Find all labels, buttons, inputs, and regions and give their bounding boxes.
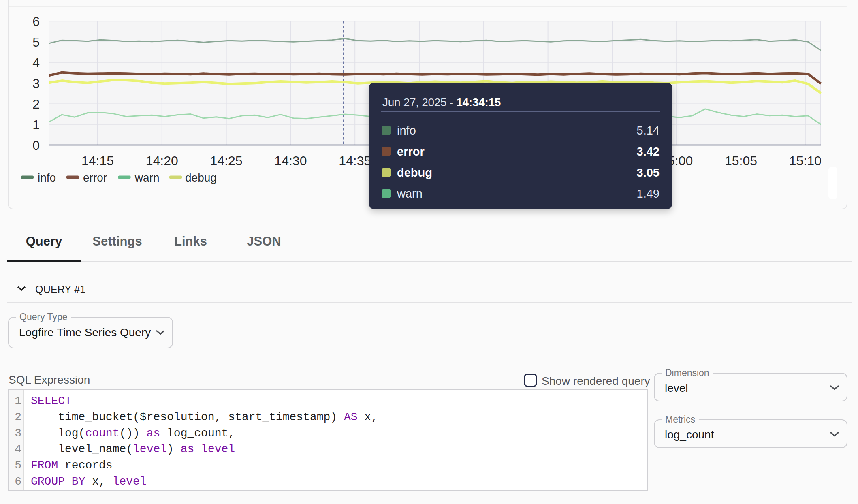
- svg-text:15:05: 15:05: [725, 154, 757, 168]
- svg-text:info: info: [38, 171, 56, 184]
- svg-text:14:25: 14:25: [210, 154, 243, 168]
- svg-text:2: 2: [32, 97, 40, 111]
- svg-text:15:10: 15:10: [789, 154, 822, 168]
- svg-text:14:15: 14:15: [81, 154, 114, 168]
- svg-text:5: 5: [32, 35, 40, 49]
- svg-text:4: 4: [32, 56, 40, 70]
- svg-text:14:35: 14:35: [339, 154, 371, 168]
- svg-text:warn: warn: [134, 171, 160, 184]
- svg-text:1: 1: [32, 117, 40, 132]
- svg-text:6: 6: [32, 14, 40, 29]
- svg-text:0: 0: [32, 138, 40, 153]
- svg-text:3: 3: [32, 76, 40, 91]
- svg-text:debug: debug: [185, 171, 217, 184]
- svg-text:14:30: 14:30: [274, 154, 307, 168]
- svg-text:14:20: 14:20: [146, 154, 178, 168]
- svg-text:error: error: [83, 171, 107, 184]
